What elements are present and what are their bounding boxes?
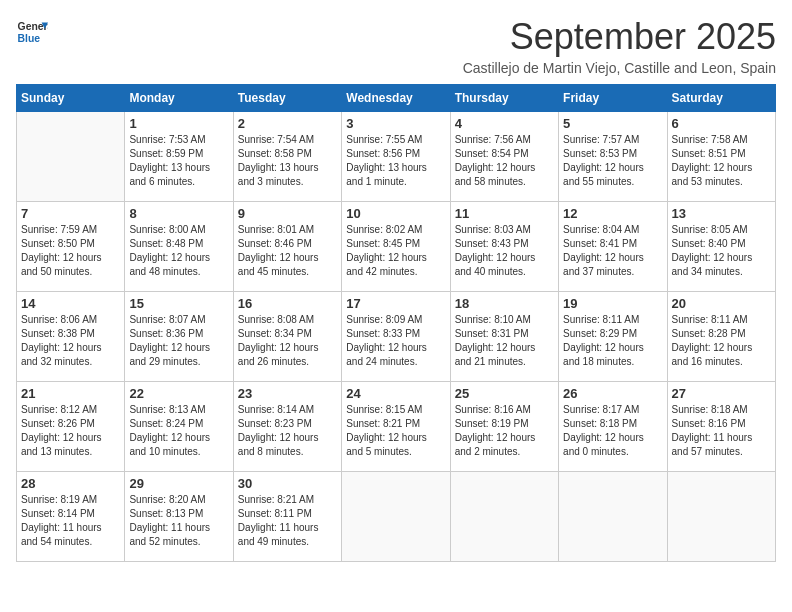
table-cell: 26Sunrise: 8:17 AM Sunset: 8:18 PM Dayli… bbox=[559, 382, 667, 472]
day-number: 26 bbox=[563, 386, 662, 401]
table-cell: 1Sunrise: 7:53 AM Sunset: 8:59 PM Daylig… bbox=[125, 112, 233, 202]
day-number: 5 bbox=[563, 116, 662, 131]
day-number: 27 bbox=[672, 386, 771, 401]
table-cell: 16Sunrise: 8:08 AM Sunset: 8:34 PM Dayli… bbox=[233, 292, 341, 382]
day-info: Sunrise: 7:58 AM Sunset: 8:51 PM Dayligh… bbox=[672, 133, 771, 189]
day-number: 10 bbox=[346, 206, 445, 221]
day-number: 13 bbox=[672, 206, 771, 221]
header-thursday: Thursday bbox=[450, 85, 558, 112]
day-info: Sunrise: 7:59 AM Sunset: 8:50 PM Dayligh… bbox=[21, 223, 120, 279]
table-cell: 21Sunrise: 8:12 AM Sunset: 8:26 PM Dayli… bbox=[17, 382, 125, 472]
day-info: Sunrise: 8:07 AM Sunset: 8:36 PM Dayligh… bbox=[129, 313, 228, 369]
table-cell: 22Sunrise: 8:13 AM Sunset: 8:24 PM Dayli… bbox=[125, 382, 233, 472]
table-cell: 12Sunrise: 8:04 AM Sunset: 8:41 PM Dayli… bbox=[559, 202, 667, 292]
day-info: Sunrise: 8:20 AM Sunset: 8:13 PM Dayligh… bbox=[129, 493, 228, 549]
table-cell: 14Sunrise: 8:06 AM Sunset: 8:38 PM Dayli… bbox=[17, 292, 125, 382]
table-cell: 30Sunrise: 8:21 AM Sunset: 8:11 PM Dayli… bbox=[233, 472, 341, 562]
month-title: September 2025 bbox=[463, 16, 776, 58]
table-cell bbox=[559, 472, 667, 562]
logo: General Blue bbox=[16, 16, 48, 48]
day-info: Sunrise: 8:19 AM Sunset: 8:14 PM Dayligh… bbox=[21, 493, 120, 549]
week-row-4: 21Sunrise: 8:12 AM Sunset: 8:26 PM Dayli… bbox=[17, 382, 776, 472]
table-cell: 10Sunrise: 8:02 AM Sunset: 8:45 PM Dayli… bbox=[342, 202, 450, 292]
weekday-header-row: Sunday Monday Tuesday Wednesday Thursday… bbox=[17, 85, 776, 112]
day-number: 4 bbox=[455, 116, 554, 131]
day-info: Sunrise: 8:17 AM Sunset: 8:18 PM Dayligh… bbox=[563, 403, 662, 459]
week-row-3: 14Sunrise: 8:06 AM Sunset: 8:38 PM Dayli… bbox=[17, 292, 776, 382]
table-cell: 6Sunrise: 7:58 AM Sunset: 8:51 PM Daylig… bbox=[667, 112, 775, 202]
day-info: Sunrise: 8:03 AM Sunset: 8:43 PM Dayligh… bbox=[455, 223, 554, 279]
day-number: 22 bbox=[129, 386, 228, 401]
day-number: 30 bbox=[238, 476, 337, 491]
table-cell: 17Sunrise: 8:09 AM Sunset: 8:33 PM Dayli… bbox=[342, 292, 450, 382]
day-number: 11 bbox=[455, 206, 554, 221]
table-cell bbox=[450, 472, 558, 562]
logo-icon: General Blue bbox=[16, 16, 48, 48]
table-cell: 28Sunrise: 8:19 AM Sunset: 8:14 PM Dayli… bbox=[17, 472, 125, 562]
title-block: September 2025 Castillejo de Martin Viej… bbox=[463, 16, 776, 76]
day-info: Sunrise: 8:14 AM Sunset: 8:23 PM Dayligh… bbox=[238, 403, 337, 459]
day-info: Sunrise: 8:18 AM Sunset: 8:16 PM Dayligh… bbox=[672, 403, 771, 459]
table-cell: 20Sunrise: 8:11 AM Sunset: 8:28 PM Dayli… bbox=[667, 292, 775, 382]
table-cell: 13Sunrise: 8:05 AM Sunset: 8:40 PM Dayli… bbox=[667, 202, 775, 292]
calendar-table: Sunday Monday Tuesday Wednesday Thursday… bbox=[16, 84, 776, 562]
day-number: 14 bbox=[21, 296, 120, 311]
table-cell: 11Sunrise: 8:03 AM Sunset: 8:43 PM Dayli… bbox=[450, 202, 558, 292]
day-info: Sunrise: 8:05 AM Sunset: 8:40 PM Dayligh… bbox=[672, 223, 771, 279]
day-info: Sunrise: 8:11 AM Sunset: 8:29 PM Dayligh… bbox=[563, 313, 662, 369]
day-number: 29 bbox=[129, 476, 228, 491]
table-cell: 29Sunrise: 8:20 AM Sunset: 8:13 PM Dayli… bbox=[125, 472, 233, 562]
table-cell: 23Sunrise: 8:14 AM Sunset: 8:23 PM Dayli… bbox=[233, 382, 341, 472]
day-info: Sunrise: 8:01 AM Sunset: 8:46 PM Dayligh… bbox=[238, 223, 337, 279]
table-cell: 4Sunrise: 7:56 AM Sunset: 8:54 PM Daylig… bbox=[450, 112, 558, 202]
day-number: 1 bbox=[129, 116, 228, 131]
header-saturday: Saturday bbox=[667, 85, 775, 112]
table-cell bbox=[667, 472, 775, 562]
table-cell: 7Sunrise: 7:59 AM Sunset: 8:50 PM Daylig… bbox=[17, 202, 125, 292]
table-cell bbox=[17, 112, 125, 202]
page-header: General Blue September 2025 Castillejo d… bbox=[16, 16, 776, 76]
table-cell: 27Sunrise: 8:18 AM Sunset: 8:16 PM Dayli… bbox=[667, 382, 775, 472]
week-row-5: 28Sunrise: 8:19 AM Sunset: 8:14 PM Dayli… bbox=[17, 472, 776, 562]
day-info: Sunrise: 8:00 AM Sunset: 8:48 PM Dayligh… bbox=[129, 223, 228, 279]
day-number: 12 bbox=[563, 206, 662, 221]
day-number: 16 bbox=[238, 296, 337, 311]
day-number: 28 bbox=[21, 476, 120, 491]
table-cell: 2Sunrise: 7:54 AM Sunset: 8:58 PM Daylig… bbox=[233, 112, 341, 202]
table-cell: 25Sunrise: 8:16 AM Sunset: 8:19 PM Dayli… bbox=[450, 382, 558, 472]
table-cell: 24Sunrise: 8:15 AM Sunset: 8:21 PM Dayli… bbox=[342, 382, 450, 472]
day-number: 17 bbox=[346, 296, 445, 311]
table-cell: 8Sunrise: 8:00 AM Sunset: 8:48 PM Daylig… bbox=[125, 202, 233, 292]
day-info: Sunrise: 7:56 AM Sunset: 8:54 PM Dayligh… bbox=[455, 133, 554, 189]
day-info: Sunrise: 8:21 AM Sunset: 8:11 PM Dayligh… bbox=[238, 493, 337, 549]
day-info: Sunrise: 8:13 AM Sunset: 8:24 PM Dayligh… bbox=[129, 403, 228, 459]
day-number: 24 bbox=[346, 386, 445, 401]
day-info: Sunrise: 7:53 AM Sunset: 8:59 PM Dayligh… bbox=[129, 133, 228, 189]
day-number: 9 bbox=[238, 206, 337, 221]
day-info: Sunrise: 7:54 AM Sunset: 8:58 PM Dayligh… bbox=[238, 133, 337, 189]
day-info: Sunrise: 8:12 AM Sunset: 8:26 PM Dayligh… bbox=[21, 403, 120, 459]
day-number: 3 bbox=[346, 116, 445, 131]
day-info: Sunrise: 8:06 AM Sunset: 8:38 PM Dayligh… bbox=[21, 313, 120, 369]
day-info: Sunrise: 8:15 AM Sunset: 8:21 PM Dayligh… bbox=[346, 403, 445, 459]
header-sunday: Sunday bbox=[17, 85, 125, 112]
day-info: Sunrise: 8:09 AM Sunset: 8:33 PM Dayligh… bbox=[346, 313, 445, 369]
day-number: 6 bbox=[672, 116, 771, 131]
day-number: 21 bbox=[21, 386, 120, 401]
location-subtitle: Castillejo de Martin Viejo, Castille and… bbox=[463, 60, 776, 76]
header-friday: Friday bbox=[559, 85, 667, 112]
day-number: 20 bbox=[672, 296, 771, 311]
header-wednesday: Wednesday bbox=[342, 85, 450, 112]
table-cell bbox=[342, 472, 450, 562]
header-monday: Monday bbox=[125, 85, 233, 112]
day-number: 7 bbox=[21, 206, 120, 221]
svg-text:Blue: Blue bbox=[18, 33, 41, 44]
day-info: Sunrise: 8:10 AM Sunset: 8:31 PM Dayligh… bbox=[455, 313, 554, 369]
day-info: Sunrise: 8:02 AM Sunset: 8:45 PM Dayligh… bbox=[346, 223, 445, 279]
day-info: Sunrise: 8:16 AM Sunset: 8:19 PM Dayligh… bbox=[455, 403, 554, 459]
day-info: Sunrise: 8:04 AM Sunset: 8:41 PM Dayligh… bbox=[563, 223, 662, 279]
day-number: 8 bbox=[129, 206, 228, 221]
day-number: 19 bbox=[563, 296, 662, 311]
header-tuesday: Tuesday bbox=[233, 85, 341, 112]
table-cell: 18Sunrise: 8:10 AM Sunset: 8:31 PM Dayli… bbox=[450, 292, 558, 382]
